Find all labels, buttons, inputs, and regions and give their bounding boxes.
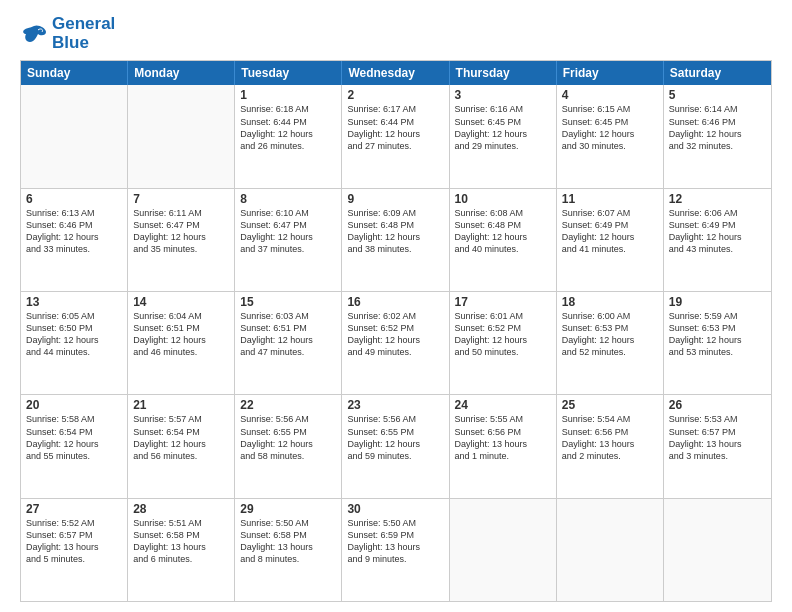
calendar-body: 1Sunrise: 6:18 AM Sunset: 6:44 PM Daylig… bbox=[21, 85, 771, 601]
cell-info: Sunrise: 5:53 AM Sunset: 6:57 PM Dayligh… bbox=[669, 413, 766, 462]
weekday-header: Wednesday bbox=[342, 61, 449, 85]
day-number: 5 bbox=[669, 88, 766, 102]
calendar-cell: 25Sunrise: 5:54 AM Sunset: 6:56 PM Dayli… bbox=[557, 395, 664, 497]
calendar-cell bbox=[664, 499, 771, 601]
logo: General Blue bbox=[20, 15, 115, 52]
logo-icon bbox=[20, 22, 48, 46]
cell-info: Sunrise: 6:13 AM Sunset: 6:46 PM Dayligh… bbox=[26, 207, 122, 256]
cell-info: Sunrise: 5:59 AM Sunset: 6:53 PM Dayligh… bbox=[669, 310, 766, 359]
day-number: 15 bbox=[240, 295, 336, 309]
day-number: 12 bbox=[669, 192, 766, 206]
cell-info: Sunrise: 5:57 AM Sunset: 6:54 PM Dayligh… bbox=[133, 413, 229, 462]
calendar-cell: 10Sunrise: 6:08 AM Sunset: 6:48 PM Dayli… bbox=[450, 189, 557, 291]
day-number: 26 bbox=[669, 398, 766, 412]
cell-info: Sunrise: 6:01 AM Sunset: 6:52 PM Dayligh… bbox=[455, 310, 551, 359]
calendar-cell: 5Sunrise: 6:14 AM Sunset: 6:46 PM Daylig… bbox=[664, 85, 771, 187]
cell-info: Sunrise: 6:17 AM Sunset: 6:44 PM Dayligh… bbox=[347, 103, 443, 152]
calendar-cell bbox=[21, 85, 128, 187]
day-number: 4 bbox=[562, 88, 658, 102]
cell-info: Sunrise: 6:18 AM Sunset: 6:44 PM Dayligh… bbox=[240, 103, 336, 152]
cell-info: Sunrise: 6:03 AM Sunset: 6:51 PM Dayligh… bbox=[240, 310, 336, 359]
cell-info: Sunrise: 6:09 AM Sunset: 6:48 PM Dayligh… bbox=[347, 207, 443, 256]
cell-info: Sunrise: 5:54 AM Sunset: 6:56 PM Dayligh… bbox=[562, 413, 658, 462]
calendar-cell bbox=[557, 499, 664, 601]
cell-info: Sunrise: 6:00 AM Sunset: 6:53 PM Dayligh… bbox=[562, 310, 658, 359]
cell-info: Sunrise: 6:11 AM Sunset: 6:47 PM Dayligh… bbox=[133, 207, 229, 256]
cell-info: Sunrise: 5:55 AM Sunset: 6:56 PM Dayligh… bbox=[455, 413, 551, 462]
cell-info: Sunrise: 6:08 AM Sunset: 6:48 PM Dayligh… bbox=[455, 207, 551, 256]
cell-info: Sunrise: 6:14 AM Sunset: 6:46 PM Dayligh… bbox=[669, 103, 766, 152]
cell-info: Sunrise: 5:51 AM Sunset: 6:58 PM Dayligh… bbox=[133, 517, 229, 566]
day-number: 9 bbox=[347, 192, 443, 206]
calendar-row: 1Sunrise: 6:18 AM Sunset: 6:44 PM Daylig… bbox=[21, 85, 771, 187]
cell-info: Sunrise: 5:56 AM Sunset: 6:55 PM Dayligh… bbox=[347, 413, 443, 462]
day-number: 7 bbox=[133, 192, 229, 206]
calendar-header: SundayMondayTuesdayWednesdayThursdayFrid… bbox=[21, 61, 771, 85]
cell-info: Sunrise: 6:15 AM Sunset: 6:45 PM Dayligh… bbox=[562, 103, 658, 152]
calendar: SundayMondayTuesdayWednesdayThursdayFrid… bbox=[20, 60, 772, 602]
calendar-cell: 3Sunrise: 6:16 AM Sunset: 6:45 PM Daylig… bbox=[450, 85, 557, 187]
calendar-cell: 14Sunrise: 6:04 AM Sunset: 6:51 PM Dayli… bbox=[128, 292, 235, 394]
cell-info: Sunrise: 6:05 AM Sunset: 6:50 PM Dayligh… bbox=[26, 310, 122, 359]
calendar-cell: 24Sunrise: 5:55 AM Sunset: 6:56 PM Dayli… bbox=[450, 395, 557, 497]
calendar-cell: 17Sunrise: 6:01 AM Sunset: 6:52 PM Dayli… bbox=[450, 292, 557, 394]
calendar-cell: 30Sunrise: 5:50 AM Sunset: 6:59 PM Dayli… bbox=[342, 499, 449, 601]
day-number: 2 bbox=[347, 88, 443, 102]
weekday-header: Friday bbox=[557, 61, 664, 85]
calendar-cell: 28Sunrise: 5:51 AM Sunset: 6:58 PM Dayli… bbox=[128, 499, 235, 601]
calendar-cell: 22Sunrise: 5:56 AM Sunset: 6:55 PM Dayli… bbox=[235, 395, 342, 497]
day-number: 24 bbox=[455, 398, 551, 412]
calendar-cell: 6Sunrise: 6:13 AM Sunset: 6:46 PM Daylig… bbox=[21, 189, 128, 291]
calendar-cell: 8Sunrise: 6:10 AM Sunset: 6:47 PM Daylig… bbox=[235, 189, 342, 291]
calendar-cell: 12Sunrise: 6:06 AM Sunset: 6:49 PM Dayli… bbox=[664, 189, 771, 291]
cell-info: Sunrise: 5:56 AM Sunset: 6:55 PM Dayligh… bbox=[240, 413, 336, 462]
cell-info: Sunrise: 5:52 AM Sunset: 6:57 PM Dayligh… bbox=[26, 517, 122, 566]
calendar-cell bbox=[450, 499, 557, 601]
day-number: 22 bbox=[240, 398, 336, 412]
day-number: 25 bbox=[562, 398, 658, 412]
day-number: 1 bbox=[240, 88, 336, 102]
calendar-cell: 4Sunrise: 6:15 AM Sunset: 6:45 PM Daylig… bbox=[557, 85, 664, 187]
page: General Blue SundayMondayTuesdayWednesda… bbox=[0, 0, 792, 612]
day-number: 3 bbox=[455, 88, 551, 102]
weekday-header: Thursday bbox=[450, 61, 557, 85]
day-number: 21 bbox=[133, 398, 229, 412]
calendar-cell bbox=[128, 85, 235, 187]
calendar-cell: 26Sunrise: 5:53 AM Sunset: 6:57 PM Dayli… bbox=[664, 395, 771, 497]
weekday-header: Tuesday bbox=[235, 61, 342, 85]
day-number: 11 bbox=[562, 192, 658, 206]
cell-info: Sunrise: 5:50 AM Sunset: 6:59 PM Dayligh… bbox=[347, 517, 443, 566]
calendar-cell: 16Sunrise: 6:02 AM Sunset: 6:52 PM Dayli… bbox=[342, 292, 449, 394]
cell-info: Sunrise: 5:50 AM Sunset: 6:58 PM Dayligh… bbox=[240, 517, 336, 566]
calendar-row: 27Sunrise: 5:52 AM Sunset: 6:57 PM Dayli… bbox=[21, 498, 771, 601]
day-number: 29 bbox=[240, 502, 336, 516]
cell-info: Sunrise: 5:58 AM Sunset: 6:54 PM Dayligh… bbox=[26, 413, 122, 462]
cell-info: Sunrise: 6:10 AM Sunset: 6:47 PM Dayligh… bbox=[240, 207, 336, 256]
calendar-cell: 27Sunrise: 5:52 AM Sunset: 6:57 PM Dayli… bbox=[21, 499, 128, 601]
calendar-cell: 19Sunrise: 5:59 AM Sunset: 6:53 PM Dayli… bbox=[664, 292, 771, 394]
calendar-cell: 1Sunrise: 6:18 AM Sunset: 6:44 PM Daylig… bbox=[235, 85, 342, 187]
cell-info: Sunrise: 6:06 AM Sunset: 6:49 PM Dayligh… bbox=[669, 207, 766, 256]
day-number: 18 bbox=[562, 295, 658, 309]
calendar-cell: 23Sunrise: 5:56 AM Sunset: 6:55 PM Dayli… bbox=[342, 395, 449, 497]
calendar-cell: 9Sunrise: 6:09 AM Sunset: 6:48 PM Daylig… bbox=[342, 189, 449, 291]
day-number: 14 bbox=[133, 295, 229, 309]
day-number: 13 bbox=[26, 295, 122, 309]
day-number: 27 bbox=[26, 502, 122, 516]
calendar-cell: 18Sunrise: 6:00 AM Sunset: 6:53 PM Dayli… bbox=[557, 292, 664, 394]
header: General Blue bbox=[20, 15, 772, 52]
day-number: 17 bbox=[455, 295, 551, 309]
cell-info: Sunrise: 6:16 AM Sunset: 6:45 PM Dayligh… bbox=[455, 103, 551, 152]
day-number: 20 bbox=[26, 398, 122, 412]
weekday-header: Saturday bbox=[664, 61, 771, 85]
cell-info: Sunrise: 6:07 AM Sunset: 6:49 PM Dayligh… bbox=[562, 207, 658, 256]
cell-info: Sunrise: 6:04 AM Sunset: 6:51 PM Dayligh… bbox=[133, 310, 229, 359]
day-number: 28 bbox=[133, 502, 229, 516]
day-number: 19 bbox=[669, 295, 766, 309]
weekday-header: Sunday bbox=[21, 61, 128, 85]
day-number: 8 bbox=[240, 192, 336, 206]
calendar-cell: 20Sunrise: 5:58 AM Sunset: 6:54 PM Dayli… bbox=[21, 395, 128, 497]
logo-text: General Blue bbox=[52, 15, 115, 52]
day-number: 16 bbox=[347, 295, 443, 309]
day-number: 10 bbox=[455, 192, 551, 206]
